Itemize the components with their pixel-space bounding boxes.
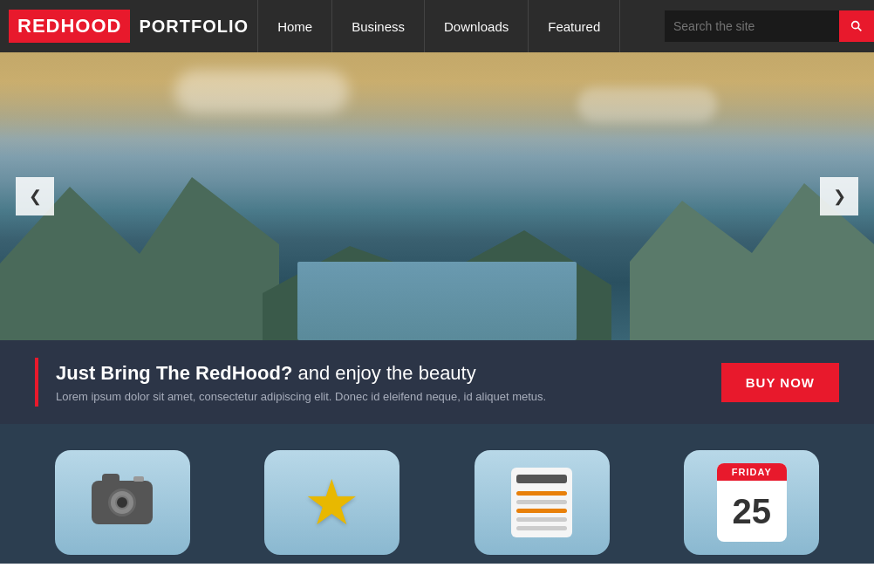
doc-bar-gray-1 xyxy=(516,500,567,504)
doc-bar-gray-2 xyxy=(516,517,567,522)
sky-overlay xyxy=(0,52,874,157)
search-button[interactable] xyxy=(839,10,874,42)
camera-lens-inner xyxy=(115,496,129,509)
star-card: ★ xyxy=(264,450,399,555)
svg-point-0 xyxy=(852,22,859,29)
promo-title-bold: Just Bring The RedHood? xyxy=(56,362,292,384)
doc-bar-gray-3 xyxy=(516,526,567,530)
hero-slider: ❮ ❯ xyxy=(0,52,874,340)
camera-lens xyxy=(108,489,136,516)
header: REDHOOD PORTFOLIO Home Business Download… xyxy=(0,0,874,52)
logo-portfolio: PORTFOLIO xyxy=(139,17,249,37)
camera-body xyxy=(92,481,153,524)
nav-business[interactable]: Business xyxy=(332,0,425,52)
star-icon: ★ xyxy=(304,471,360,534)
camera-icon-wrap xyxy=(92,481,153,524)
calendar-card: FRIDAY 25 xyxy=(684,450,819,555)
svg-line-1 xyxy=(858,28,862,31)
logo-red: REDHOOD xyxy=(9,10,130,43)
search-icon xyxy=(850,19,864,33)
slider-next-button[interactable]: ❯ xyxy=(820,177,858,215)
doc-bar-orange-1 xyxy=(516,491,567,496)
promo-text: Just Bring The RedHood? and enjoy the be… xyxy=(56,361,721,404)
nav-featured[interactable]: Featured xyxy=(529,0,620,52)
promo-subtitle: Lorem ipsum dolor sit amet, consectetur … xyxy=(56,390,721,403)
document-icon xyxy=(511,468,572,537)
doc-bar-orange-2 xyxy=(516,509,567,513)
promo-band: Just Bring The RedHood? and enjoy the be… xyxy=(0,340,874,424)
promo-title: Just Bring The RedHood? and enjoy the be… xyxy=(56,361,721,386)
calendar-day: 25 xyxy=(717,481,787,542)
camera-card xyxy=(55,450,190,555)
search-area xyxy=(665,10,874,42)
cloud-1 xyxy=(174,70,349,113)
camera-flash xyxy=(133,476,144,482)
calendar-icon: FRIDAY 25 xyxy=(717,463,787,542)
nav-home[interactable]: Home xyxy=(257,0,332,52)
promo-title-rest: and enjoy the beauty xyxy=(292,362,475,384)
main-nav: Home Business Downloads Featured xyxy=(257,0,620,52)
buy-now-button[interactable]: BUY NOW xyxy=(721,363,839,402)
document-card xyxy=(475,450,610,555)
doc-top-bar xyxy=(516,475,567,483)
logo[interactable]: REDHOOD PORTFOLIO xyxy=(0,0,257,52)
hero-image xyxy=(0,52,874,340)
icons-section: ★ FRIDAY 25 xyxy=(0,424,874,564)
nav-downloads[interactable]: Downloads xyxy=(425,0,529,52)
camera-top xyxy=(102,474,119,482)
promo-accent-bar xyxy=(35,358,38,407)
search-input[interactable] xyxy=(665,10,839,42)
cloud-2 xyxy=(577,87,717,122)
slider-prev-button[interactable]: ❮ xyxy=(16,177,54,215)
calendar-header: FRIDAY xyxy=(717,463,787,481)
water xyxy=(297,262,577,340)
